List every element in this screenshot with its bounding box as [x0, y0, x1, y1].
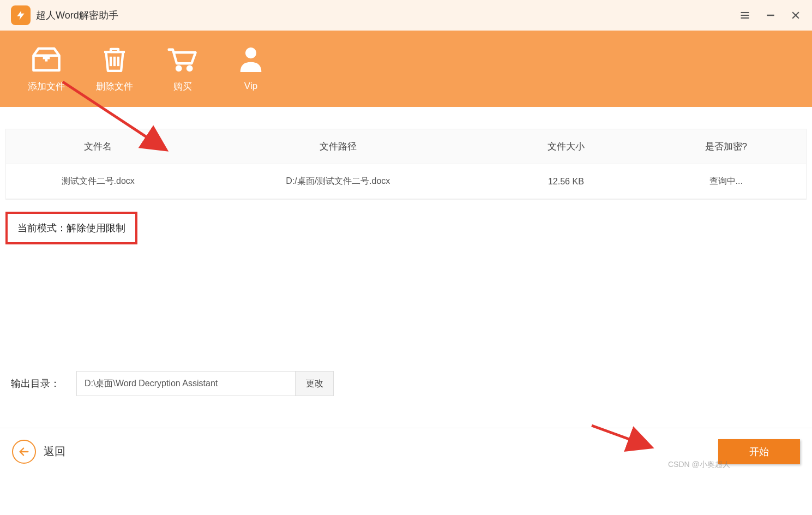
cell-encrypted: 查询中...	[646, 176, 806, 187]
add-file-label: 添加文件	[28, 80, 65, 93]
table-header: 文件名 文件路径 文件大小 是否加密?	[6, 129, 806, 164]
output-row: 输出目录： 更改	[11, 371, 334, 396]
cell-filepath: D:/桌面/测试文件二号.docx	[190, 176, 486, 187]
header-encrypted: 是否加密?	[646, 140, 806, 153]
add-file-button[interactable]: 添加文件	[25, 45, 68, 93]
output-label: 输出目录：	[11, 377, 60, 390]
mode-status: 当前模式：解除使用限制	[5, 212, 137, 244]
header-filesize: 文件大小	[486, 140, 646, 153]
close-icon	[790, 10, 801, 21]
hamburger-icon	[739, 10, 751, 21]
watermark: CSDN @小奥超人	[668, 460, 730, 470]
trash-icon	[101, 45, 128, 74]
delete-file-label: 删除文件	[96, 80, 133, 93]
titlebar-left: 超人Word解密助手	[11, 5, 118, 25]
buy-label: 购买	[173, 80, 192, 93]
app-title: 超人Word解密助手	[36, 9, 118, 22]
table-row[interactable]: 测试文件二号.docx D:/桌面/测试文件二号.docx 12.56 KB 查…	[6, 164, 806, 199]
output-path-input[interactable]	[77, 372, 295, 396]
vip-label: Vip	[244, 81, 257, 92]
minimize-icon	[765, 10, 776, 21]
lightning-icon	[15, 9, 26, 22]
window-controls	[739, 10, 801, 21]
svg-point-13	[245, 47, 256, 58]
app-logo	[11, 5, 31, 25]
delete-file-button[interactable]: 删除文件	[93, 45, 136, 93]
back-label: 返回	[44, 444, 65, 459]
start-button[interactable]: 开始	[718, 439, 800, 464]
buy-button[interactable]: 购买	[161, 45, 204, 93]
minimize-button[interactable]	[765, 10, 776, 21]
back-arrow-icon	[12, 440, 36, 464]
header-filename: 文件名	[6, 140, 190, 153]
menu-button[interactable]	[739, 10, 751, 21]
change-output-button[interactable]: 更改	[295, 372, 333, 396]
main-toolbar: 添加文件 删除文件 购买 Vip	[0, 31, 812, 107]
close-button[interactable]	[790, 10, 801, 21]
svg-point-11	[177, 66, 181, 70]
vip-button[interactable]: Vip	[229, 46, 273, 92]
file-table: 文件名 文件路径 文件大小 是否加密? 测试文件二号.docx D:/桌面/测试…	[5, 129, 807, 200]
titlebar: 超人Word解密助手	[0, 0, 812, 31]
add-file-icon	[31, 45, 62, 74]
header-filepath: 文件路径	[190, 140, 486, 153]
output-wrap: 更改	[76, 371, 334, 396]
cell-filesize: 12.56 KB	[486, 177, 646, 187]
cell-filename: 测试文件二号.docx	[6, 176, 190, 187]
back-button[interactable]: 返回	[12, 440, 65, 464]
cart-icon	[167, 45, 199, 74]
user-icon	[238, 46, 263, 74]
svg-point-12	[188, 66, 191, 70]
